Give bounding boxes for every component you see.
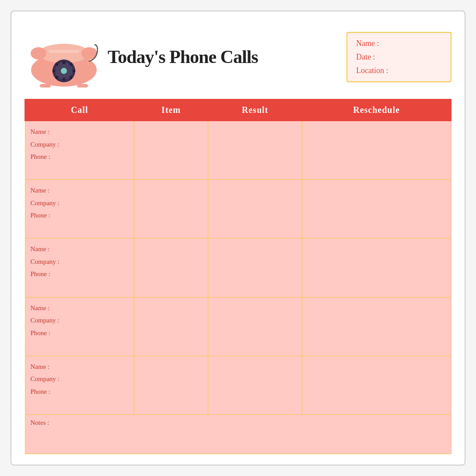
call-cell[interactable]: Name : Company : Phone :	[25, 180, 134, 238]
call-cell[interactable]: Name : Company : Phone :	[25, 238, 134, 297]
svg-rect-16	[49, 50, 79, 53]
table-row: Name : Company : Phone :	[25, 297, 451, 356]
phone-label: Phone :	[31, 385, 129, 398]
result-cell[interactable]	[208, 238, 302, 297]
phone-label: Phone :	[31, 268, 129, 280]
header-left: Today's Phone Calls	[24, 22, 258, 92]
name-label: Name :	[31, 126, 129, 138]
call-cell[interactable]: Name : Company : Phone :	[25, 297, 134, 356]
table-row: Name : Company : Phone :	[25, 121, 451, 180]
svg-point-10	[73, 70, 76, 73]
company-label: Company :	[31, 314, 129, 327]
phone-label: Phone :	[31, 327, 129, 340]
result-cell[interactable]	[208, 356, 302, 414]
result-cell[interactable]	[208, 297, 302, 356]
col-header-result: Result	[208, 99, 302, 121]
telephone-icon	[24, 22, 103, 92]
header: Today's Phone Calls Name : Date : Locati…	[24, 22, 452, 92]
info-date-label: Date :	[356, 52, 442, 62]
notes-row: Notes :	[25, 415, 451, 454]
info-location-label: Location :	[356, 66, 442, 75]
svg-point-15	[56, 63, 59, 66]
company-label: Company :	[31, 256, 129, 268]
svg-point-13	[56, 76, 59, 79]
reschedule-cell[interactable]	[302, 121, 451, 180]
col-header-item: Item	[134, 99, 208, 121]
page: Today's Phone Calls Name : Date : Locati…	[10, 10, 466, 466]
name-label: Name :	[31, 184, 129, 197]
call-table: Call Item Result Reschedule Name : Compa…	[24, 99, 452, 454]
phone-label: Phone :	[31, 150, 129, 163]
svg-point-12	[63, 78, 66, 81]
company-label: Company :	[31, 373, 129, 385]
svg-point-14	[52, 70, 56, 73]
phone-label: Phone :	[31, 209, 129, 222]
col-header-call: Call	[25, 99, 134, 121]
item-cell[interactable]	[134, 356, 208, 414]
svg-rect-17	[40, 84, 51, 88]
company-label: Company :	[31, 197, 129, 210]
page-title: Today's Phone Calls	[108, 46, 258, 67]
call-cell[interactable]: Name : Company : Phone :	[25, 356, 134, 414]
info-box: Name : Date : Location :	[346, 32, 452, 82]
svg-point-9	[70, 63, 73, 66]
company-label: Company :	[31, 138, 129, 151]
item-cell[interactable]	[134, 297, 208, 356]
col-header-reschedule: Reschedule	[302, 99, 451, 121]
info-name-label: Name :	[356, 39, 442, 48]
name-label: Name :	[31, 302, 129, 315]
name-label: Name :	[31, 243, 129, 256]
notes-cell[interactable]: Notes :	[25, 415, 451, 454]
item-cell[interactable]	[134, 121, 208, 180]
svg-point-11	[70, 76, 73, 79]
reschedule-cell[interactable]	[302, 180, 451, 238]
svg-point-8	[63, 61, 66, 64]
call-cell[interactable]: Name : Company : Phone :	[25, 121, 134, 180]
result-cell[interactable]	[208, 121, 302, 180]
table-row: Name : Company : Phone :	[25, 180, 451, 238]
item-cell[interactable]	[134, 238, 208, 297]
notes-label: Notes :	[31, 419, 446, 427]
svg-rect-18	[77, 84, 88, 88]
name-label: Name :	[31, 360, 129, 373]
result-cell[interactable]	[208, 180, 302, 238]
svg-point-7	[61, 68, 67, 74]
table-row: Name : Company : Phone :	[25, 238, 451, 297]
svg-point-3	[31, 47, 46, 60]
table-row: Name : Company : Phone :	[25, 356, 451, 414]
item-cell[interactable]	[134, 180, 208, 238]
reschedule-cell[interactable]	[302, 238, 451, 297]
reschedule-cell[interactable]	[302, 297, 451, 356]
reschedule-cell[interactable]	[302, 356, 451, 414]
